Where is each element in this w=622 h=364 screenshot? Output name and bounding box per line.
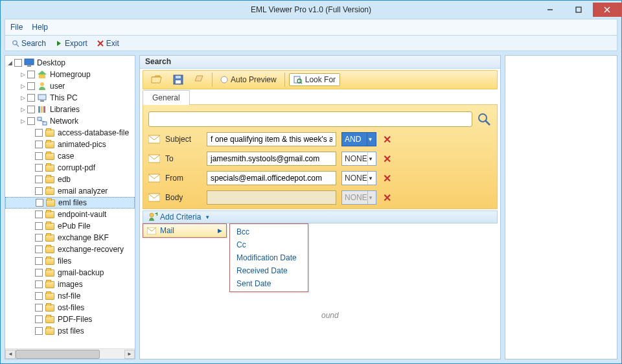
expander-icon[interactable] [27,304,34,311]
expander-icon[interactable] [27,141,34,148]
maximize-button[interactable] [564,3,593,17]
expander-icon[interactable] [27,223,34,229]
checkbox[interactable] [35,234,43,242]
erase-button[interactable] [190,73,208,86]
tree-item[interactable]: access-database-file [5,127,135,139]
checkbox[interactable] [35,141,43,148]
tree-item[interactable]: pst files [5,325,135,337]
tree-item[interactable]: ost-files [5,302,135,313]
criteria-operator[interactable]: NONE▼ [341,171,376,185]
checkbox[interactable] [35,245,43,253]
menu-help[interactable]: Help [32,23,48,32]
expander-icon[interactable] [27,269,34,276]
submenu-item[interactable]: Modification Date [230,251,308,264]
save-button[interactable] [169,73,187,86]
tree-item[interactable]: ▷This PC [5,92,135,104]
checkbox[interactable] [35,269,43,277]
expander-icon[interactable] [27,328,34,334]
look-for-button[interactable]: Look For [289,73,340,86]
tree-h-scrollbar[interactable]: ◄ ► [5,348,135,359]
tree-item[interactable]: email analyzer [5,185,135,197]
expander-icon[interactable] [27,153,34,159]
tree-item[interactable]: files [5,255,135,267]
checkbox[interactable] [35,327,43,335]
scroll-thumb[interactable] [16,350,100,359]
scroll-right-button[interactable]: ► [124,350,135,359]
toolbar-export[interactable]: Export [51,38,91,49]
auto-preview-toggle[interactable]: Auto Preview [216,74,281,85]
tree-item[interactable]: ▷Libraries [5,104,135,115]
expander-icon[interactable] [27,165,34,171]
expander-icon[interactable] [27,130,34,136]
submenu-item[interactable]: Received Date [230,264,308,277]
submenu-item[interactable]: Bcc [230,225,308,238]
criteria-operator[interactable]: NONE▼ [341,190,376,205]
close-button[interactable] [593,3,621,17]
folder-tree[interactable]: ◢Desktop▷Homegroup▷user▷This PC▷Librarie… [5,56,135,348]
tree-item[interactable]: nsf-file [5,290,135,302]
remove-criteria-button[interactable]: ✕ [382,133,392,146]
checkbox[interactable] [35,315,43,323]
expander-icon[interactable]: ▷ [19,83,26,89]
checkbox[interactable] [35,152,43,160]
tree-item[interactable]: images [5,279,135,290]
tree-root[interactable]: ◢Desktop [5,57,135,69]
tree-item[interactable]: exchange BKF [5,232,135,244]
expander-icon[interactable] [28,199,34,206]
tree-item[interactable]: exchange-recovery [5,244,135,255]
checkbox[interactable] [35,292,43,300]
search-go-button[interactable] [476,111,492,127]
criteria-submenu[interactable]: BccCcModification DateReceived DateSent … [229,223,308,292]
remove-criteria-button[interactable]: ✕ [382,192,392,204]
expander-icon[interactable]: ◢ [6,60,13,66]
add-criteria-button[interactable]: + Add Criteria ▼ [143,212,215,222]
expander-icon[interactable]: ▷ [19,71,26,78]
remove-criteria-button[interactable]: ✕ [382,172,392,185]
tree-item[interactable]: eml files [5,197,135,209]
criteria-category-mail[interactable]: Mail ▶ [143,224,226,237]
scroll-left-button[interactable]: ◄ [5,350,16,359]
tree-item[interactable]: PDF-Files [5,313,135,325]
expander-icon[interactable]: ▷ [19,106,26,113]
search-input[interactable] [148,111,472,127]
criteria-input[interactable] [207,171,336,185]
open-button[interactable] [147,73,167,86]
tree-item[interactable]: corrupt-pdf [5,162,135,174]
criteria-input[interactable] [207,132,336,146]
remove-criteria-button[interactable]: ✕ [382,153,392,165]
minimize-button[interactable] [536,3,564,17]
tree-item[interactable]: case [5,150,135,162]
expander-icon[interactable] [27,188,34,194]
checkbox[interactable] [27,106,35,113]
tree-item[interactable]: ▷Homegroup [5,69,135,80]
submenu-item[interactable]: Cc [230,238,308,251]
expander-icon[interactable] [27,316,34,323]
toolbar-exit[interactable]: Exit [93,38,123,49]
expander-icon[interactable] [27,246,34,253]
criteria-input[interactable] [207,190,336,205]
checkbox[interactable] [27,94,35,102]
tree-item[interactable]: edb [5,174,135,185]
expander-icon[interactable] [27,281,34,288]
checkbox[interactable] [35,187,43,195]
expander-icon[interactable] [27,293,34,299]
checkbox[interactable] [35,222,43,230]
expander-icon[interactable] [27,234,34,241]
toolbar-search[interactable]: Search [8,38,50,49]
tab-general[interactable]: General [143,90,190,105]
checkbox[interactable] [14,59,22,67]
checkbox[interactable] [36,199,43,207]
checkbox[interactable] [35,176,43,183]
expander-icon[interactable]: ▷ [19,118,26,124]
expander-icon[interactable]: ▷ [19,95,26,101]
expander-icon[interactable] [27,176,34,183]
checkbox[interactable] [35,257,43,265]
checkbox[interactable] [27,71,35,78]
tree-item[interactable]: ▷user [5,80,135,92]
tree-item[interactable]: ▷Network [5,115,135,127]
criteria-operator[interactable]: AND▼ [341,132,376,146]
checkbox[interactable] [35,304,43,312]
tree-item[interactable]: animated-pics [5,139,135,150]
expander-icon[interactable] [27,258,34,264]
checkbox[interactable] [35,164,43,172]
